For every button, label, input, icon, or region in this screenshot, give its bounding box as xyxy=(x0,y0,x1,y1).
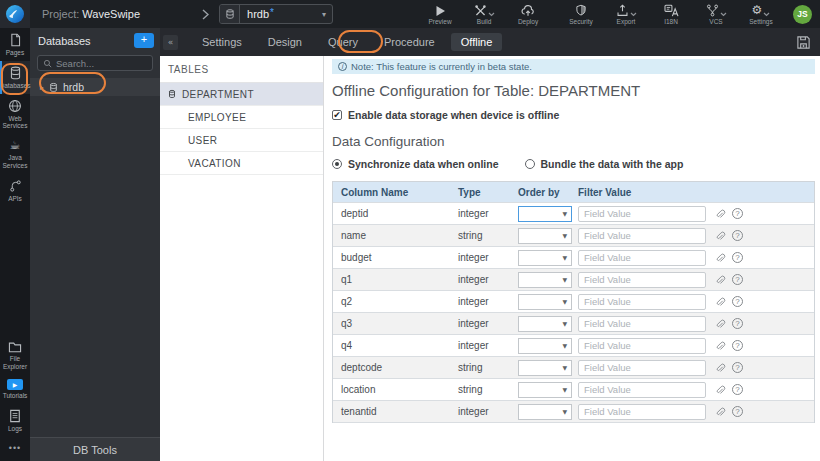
order-by-select[interactable]: ▼ xyxy=(518,382,572,398)
order-by-select[interactable]: ▼ xyxy=(518,272,572,288)
vcs-button[interactable]: VCS xyxy=(701,4,731,25)
search-input[interactable] xyxy=(56,58,147,69)
sidebar-item-apis[interactable]: APIs xyxy=(0,174,30,207)
help-icon[interactable]: ? xyxy=(732,274,743,285)
tab-procedure[interactable]: Procedure xyxy=(374,33,445,51)
coffee-icon: ☕ xyxy=(10,139,21,152)
settings-button[interactable]: ⚙ Settings xyxy=(746,4,776,25)
db-tools-button[interactable]: DB Tools xyxy=(30,437,160,461)
order-by-select[interactable]: ▼ xyxy=(518,228,572,244)
tab-settings[interactable]: Settings xyxy=(192,33,252,51)
filter-value-input[interactable] xyxy=(578,206,706,222)
table-item-department[interactable]: DEPARTMENT xyxy=(160,83,323,106)
bind-field-icon[interactable] xyxy=(714,318,726,330)
column-type: integer xyxy=(458,252,518,263)
order-by-select[interactable]: ▼ xyxy=(518,294,572,310)
column-type: integer xyxy=(458,296,518,307)
bind-field-icon[interactable] xyxy=(714,252,726,264)
project-title: Project: WaveSwipe xyxy=(42,8,140,20)
database-selector[interactable]: hrdb * ▾ xyxy=(219,4,333,24)
app-logo[interactable] xyxy=(0,0,30,28)
bind-field-icon[interactable] xyxy=(714,340,726,352)
shield-icon xyxy=(575,4,587,17)
expand-arrow-icon[interactable]: ▸ xyxy=(40,83,44,92)
sidebar-more-button[interactable]: ••• xyxy=(0,437,30,461)
radio-bundle-with-app[interactable]: Bundle the data with the app xyxy=(525,158,684,170)
tab-query[interactable]: Query xyxy=(318,33,368,51)
sidebar-item-tutorials[interactable]: ▶ Tutorials xyxy=(0,374,30,404)
help-icon[interactable]: ? xyxy=(732,208,743,219)
bind-field-icon[interactable] xyxy=(714,406,726,418)
table-row: q2 integer ▼ ? xyxy=(333,291,814,313)
order-by-select[interactable]: ▼ xyxy=(518,316,572,332)
order-by-select[interactable]: ▼ xyxy=(518,250,572,266)
tables-panel-title: TABLES xyxy=(160,56,323,83)
offline-config-table: Column Name Type Order by Filter Value d… xyxy=(332,181,815,423)
filter-value-input[interactable] xyxy=(578,250,706,266)
preview-button[interactable]: Preview xyxy=(425,4,455,25)
bind-field-icon[interactable] xyxy=(714,208,726,220)
table-item-employee[interactable]: EMPLOYEE xyxy=(160,106,323,129)
table-item-user[interactable]: USER xyxy=(160,129,323,152)
info-icon: i xyxy=(338,62,347,71)
sidebar-item-web-services[interactable]: Web Services xyxy=(0,94,30,135)
tab-bar: « Settings Design Query Procedure Offlin… xyxy=(160,28,820,56)
filter-value-input[interactable] xyxy=(578,294,706,310)
order-by-select[interactable]: ▼ xyxy=(518,360,572,376)
globe-icon xyxy=(8,99,22,113)
filter-value-input[interactable] xyxy=(578,272,706,288)
table-item-vacation[interactable]: VACATION xyxy=(160,152,323,175)
tab-design[interactable]: Design xyxy=(258,33,312,51)
bind-field-icon[interactable] xyxy=(714,296,726,308)
bind-field-icon[interactable] xyxy=(714,274,726,286)
help-icon[interactable]: ? xyxy=(732,362,743,373)
save-icon[interactable] xyxy=(796,35,811,50)
filter-value-input[interactable] xyxy=(578,316,706,332)
column-name: tenantid xyxy=(333,406,458,417)
order-by-select[interactable]: ▼ xyxy=(518,338,572,354)
sidebar-item-file-explorer[interactable]: File Explorer xyxy=(0,336,30,375)
deploy-button[interactable]: Deploy xyxy=(513,4,543,25)
radio-synchronize-online[interactable]: Synchronize data when online xyxy=(332,158,499,170)
wavemaker-studio: Project: WaveSwipe hrdb * ▾ Preview xyxy=(0,0,820,461)
table-header: Column Name Type Order by Filter Value xyxy=(333,182,814,203)
column-type: integer xyxy=(458,274,518,285)
order-by-select[interactable]: ▼ xyxy=(518,404,572,420)
sidebar-item-java-services[interactable]: ☕ Java Services xyxy=(0,134,30,174)
sidebar-item-databases[interactable]: Databases xyxy=(0,61,30,94)
order-by-select[interactable]: ▼ xyxy=(518,206,572,222)
help-icon[interactable]: ? xyxy=(732,296,743,307)
bind-field-icon[interactable] xyxy=(714,384,726,396)
help-icon[interactable]: ? xyxy=(732,384,743,395)
collapse-panel-button[interactable]: « xyxy=(163,35,178,50)
bind-field-icon[interactable] xyxy=(714,362,726,374)
export-button[interactable]: Export xyxy=(611,4,641,25)
add-database-button[interactable]: + xyxy=(134,33,154,48)
filter-value-input[interactable] xyxy=(578,360,706,376)
help-icon[interactable]: ? xyxy=(732,252,743,263)
security-button[interactable]: Security xyxy=(566,4,596,25)
database-tree-item-hrdb[interactable]: ▸ hrdb xyxy=(30,78,160,96)
filter-value-input[interactable] xyxy=(578,404,706,420)
bind-field-icon[interactable] xyxy=(714,230,726,242)
help-icon[interactable]: ? xyxy=(732,340,743,351)
enable-offline-checkbox[interactable]: ✔ xyxy=(332,110,342,120)
help-icon[interactable]: ? xyxy=(732,318,743,329)
sidebar-item-pages[interactable]: Pages xyxy=(0,28,30,61)
sidebar-item-logs[interactable]: Logs xyxy=(0,404,30,437)
i18n-button[interactable]: I18N xyxy=(656,4,686,25)
build-button[interactable]: Build xyxy=(469,4,499,25)
checkbox-label: Enable data storage when device is offli… xyxy=(348,109,559,121)
column-name: q3 xyxy=(333,318,458,329)
database-search[interactable] xyxy=(37,55,153,71)
filter-value-input[interactable] xyxy=(578,382,706,398)
filter-value-input[interactable] xyxy=(578,338,706,354)
work-area: « Settings Design Query Procedure Offlin… xyxy=(160,28,820,461)
column-type: string xyxy=(458,362,518,373)
user-avatar[interactable]: JS xyxy=(793,5,812,24)
filter-value-input[interactable] xyxy=(578,228,706,244)
tab-offline[interactable]: Offline xyxy=(451,33,503,51)
databases-panel: Databases + ▸ hrdb DB Tools xyxy=(30,28,160,461)
help-icon[interactable]: ? xyxy=(732,230,743,241)
help-icon[interactable]: ? xyxy=(732,406,743,417)
